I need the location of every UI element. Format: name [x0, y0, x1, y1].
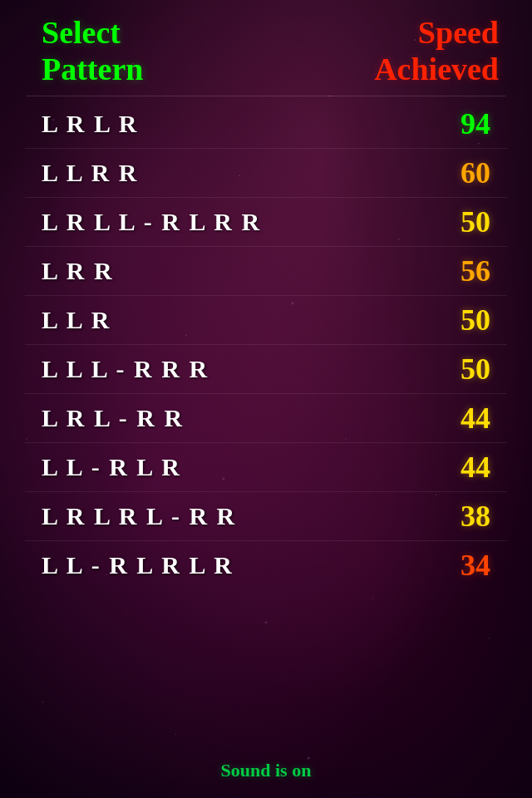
pattern-row[interactable]: L L R R60	[25, 149, 507, 198]
pattern-row[interactable]: L L - R L R L R34	[25, 541, 507, 589]
pattern-name: L R L R	[42, 110, 139, 138]
pattern-name: L R L - R R	[42, 404, 184, 432]
pattern-name: L L - R L R	[42, 453, 181, 481]
sound-status: Sound is on	[221, 760, 312, 781]
pattern-speed: 38	[432, 499, 490, 534]
pattern-row[interactable]: L L - R L R44	[25, 443, 507, 492]
speed-achieved-title: SpeedAchieved	[374, 15, 499, 87]
page-header: SelectPattern SpeedAchieved	[0, 0, 532, 96]
pattern-name: L R R	[42, 257, 114, 285]
pattern-speed: 44	[432, 401, 490, 436]
pattern-row[interactable]: L R L L - R L R R50	[25, 198, 507, 247]
pattern-list: L R L R94L L R R60L R L L - R L R R50L R…	[0, 100, 532, 748]
pattern-name: L L - R L R L R	[42, 551, 234, 579]
pattern-row[interactable]: L R L R94	[25, 100, 507, 149]
pattern-row[interactable]: L R R56	[25, 247, 507, 296]
pattern-speed: 56	[432, 254, 490, 288]
pattern-name: L R L L - R L R R	[42, 208, 261, 236]
header-divider	[27, 96, 505, 96]
pattern-row[interactable]: L L L - R R R50	[25, 345, 507, 394]
pattern-speed: 50	[432, 204, 490, 239]
pattern-name: L L R R	[42, 159, 139, 187]
pattern-row[interactable]: L L R50	[25, 296, 507, 345]
footer: Sound is on	[0, 748, 532, 798]
pattern-name: L R L R L - R R	[42, 502, 236, 530]
select-pattern-title: SelectPattern	[42, 15, 143, 87]
pattern-speed: 34	[432, 548, 490, 583]
pattern-speed: 44	[432, 450, 490, 485]
pattern-name: L L L - R R R	[42, 355, 209, 383]
pattern-speed: 60	[432, 155, 490, 190]
pattern-row[interactable]: L R L R L - R R38	[25, 492, 507, 541]
pattern-row[interactable]: L R L - R R44	[25, 394, 507, 443]
pattern-speed: 50	[432, 303, 490, 337]
pattern-speed: 50	[432, 352, 490, 387]
pattern-name: L L R	[42, 306, 111, 334]
pattern-speed: 94	[432, 106, 490, 141]
